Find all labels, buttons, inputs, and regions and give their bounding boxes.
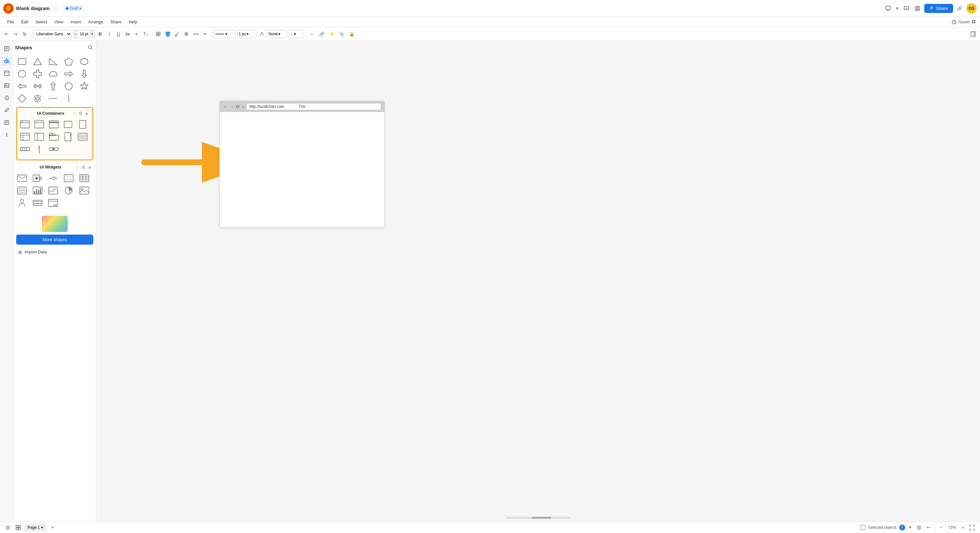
star-group-btn[interactable]: ☆ xyxy=(72,110,77,116)
connection-start-select[interactable]: None ▾ xyxy=(267,30,286,38)
shapes-icon-btn[interactable] xyxy=(2,56,12,66)
flip-btn[interactable]: ↔ xyxy=(308,30,316,38)
link-btn[interactable]: 🔗 xyxy=(956,5,964,12)
lock-btn[interactable]: 🔒 xyxy=(347,30,356,38)
fill-btn[interactable]: 🪣 xyxy=(163,30,172,38)
slider-widget-shape[interactable] xyxy=(47,172,59,184)
search-shapes-btn[interactable] xyxy=(86,43,95,52)
menu-select[interactable]: Select xyxy=(32,18,50,25)
browser-refresh-btn[interactable]: ⟳ xyxy=(236,104,240,109)
font-family-select[interactable]: Liberation Sans xyxy=(33,30,72,38)
menu-view[interactable]: View xyxy=(51,18,67,25)
right-panel-toggle[interactable] xyxy=(969,30,977,38)
sidebar-layout-shape[interactable] xyxy=(19,131,31,143)
cross-shape[interactable] xyxy=(32,68,43,80)
menu-edit[interactable]: Edit xyxy=(18,18,32,25)
list-widget-shape[interactable] xyxy=(16,185,28,196)
map-widget-shape[interactable] xyxy=(63,172,75,184)
menu-help[interactable]: Help xyxy=(126,18,141,25)
zoom-in-btn[interactable]: + xyxy=(961,524,966,531)
dialog-widget-shape[interactable] xyxy=(47,197,59,208)
layers-stack-btn[interactable] xyxy=(915,523,923,531)
right-triangle-shape[interactable] xyxy=(47,56,59,67)
add-page-btn[interactable]: + xyxy=(49,523,56,531)
collapse-widgets-btn[interactable]: ▲ xyxy=(87,164,92,170)
menu-file[interactable]: File xyxy=(4,18,17,25)
email-widget-shape[interactable] xyxy=(16,172,28,184)
page-tab[interactable]: Page 1 ▾ xyxy=(25,524,46,531)
stroke-width-select[interactable]: 1 px ▾ xyxy=(237,30,257,38)
zoom-out-btn[interactable]: − xyxy=(939,524,944,531)
panel-shape[interactable] xyxy=(33,119,45,130)
arrow-down-shape[interactable] xyxy=(78,68,90,80)
circle-outline-shape[interactable] xyxy=(63,80,75,92)
diamond-shape[interactable] xyxy=(16,93,28,104)
apps-icon[interactable] xyxy=(972,20,976,24)
arrow-end-select[interactable]: → ▾ xyxy=(288,30,304,38)
layers-btn[interactable] xyxy=(4,523,12,531)
piechart-widget-shape[interactable] xyxy=(63,185,75,196)
layers-icon-btn[interactable] xyxy=(2,68,12,78)
action-btn[interactable]: ⚡ xyxy=(327,30,336,38)
underline-btn[interactable]: U xyxy=(115,30,122,38)
bold-btn[interactable]: B xyxy=(96,30,104,38)
menu-share[interactable]: Share xyxy=(107,18,125,25)
arrow-up-shape[interactable] xyxy=(47,80,59,92)
more-icon-btn[interactable] xyxy=(2,130,12,140)
canvas-scrollbar[interactable] xyxy=(506,517,571,519)
menubar-shape[interactable] xyxy=(19,143,31,155)
link-insert-btn[interactable]: 🔗 xyxy=(317,30,326,38)
form-shape[interactable] xyxy=(77,131,89,143)
waypoint-btn[interactable] xyxy=(258,30,266,38)
fit-screen-btn[interactable] xyxy=(968,523,976,531)
scrollable-shape[interactable] xyxy=(62,131,74,143)
arrow-left-shape[interactable] xyxy=(16,80,28,92)
line-color-btn[interactable] xyxy=(173,30,181,38)
line-style-select[interactable]: ▾ xyxy=(213,30,236,38)
double-arrow-shape[interactable] xyxy=(32,80,43,92)
rect-shape[interactable] xyxy=(16,56,28,67)
font-size-increase[interactable]: + xyxy=(90,30,95,38)
gear-shape[interactable] xyxy=(32,93,43,104)
edit-points-btn[interactable]: ✏ xyxy=(201,30,209,38)
window-shape[interactable] xyxy=(48,119,60,130)
keyboard-widget-shape[interactable] xyxy=(32,197,43,208)
browser-forward-btn[interactable]: → xyxy=(229,104,234,109)
note-btn[interactable]: 📎 xyxy=(337,30,346,38)
frame2-shape[interactable] xyxy=(77,119,89,130)
linechart-widget-shape[interactable] xyxy=(47,185,59,196)
pages-icon-btn[interactable] xyxy=(2,43,12,54)
grid-widget-shape[interactable] xyxy=(78,172,90,184)
chevron-down-btn[interactable]: ▾ xyxy=(895,5,900,12)
browser-home-btn[interactable]: ⌂ xyxy=(242,104,244,109)
font-size-decrease[interactable]: − xyxy=(73,30,78,38)
selected-chevron-btn[interactable]: ▾ xyxy=(908,523,913,531)
drawer-shape[interactable] xyxy=(33,131,45,143)
tooltip-shape[interactable] xyxy=(33,143,45,155)
text-format-btn[interactable]: T↕ xyxy=(142,30,150,38)
slideshow-btn[interactable] xyxy=(902,4,911,13)
undo-bottom-btn[interactable]: ↩ xyxy=(926,523,932,531)
font-size-input[interactable] xyxy=(78,31,90,37)
connections-btn[interactable] xyxy=(191,30,200,38)
favorite-icon[interactable]: ☆ xyxy=(54,5,58,11)
image-icon-btn[interactable] xyxy=(2,80,12,91)
person-widget-shape[interactable] xyxy=(16,197,28,208)
more-shapes-btn[interactable]: More shapes xyxy=(16,235,93,245)
image-widget-shape[interactable] xyxy=(78,185,90,196)
edit-icon-btn[interactable] xyxy=(2,117,12,128)
circle-shape[interactable] xyxy=(16,68,28,80)
draft-badge[interactable]: Draft ▾ xyxy=(63,5,84,11)
opacity-btn[interactable] xyxy=(183,30,190,38)
triangle-shape[interactable] xyxy=(32,56,43,67)
browser-back-btn[interactable]: ← xyxy=(223,104,228,109)
import-data-btn[interactable]: Import Data xyxy=(16,247,93,256)
camera-btn[interactable] xyxy=(913,4,922,13)
menu-insert[interactable]: Insert xyxy=(67,18,84,25)
share-button[interactable]: Share xyxy=(924,4,953,13)
canvas-area[interactable]: Title ← → ⟳ ⌂ xyxy=(96,41,980,521)
app-logo[interactable]: 🔶 xyxy=(3,3,14,14)
line-shape[interactable] xyxy=(47,93,59,104)
italic-btn[interactable]: I xyxy=(105,30,113,38)
scrollbar-shape[interactable] xyxy=(48,143,60,155)
